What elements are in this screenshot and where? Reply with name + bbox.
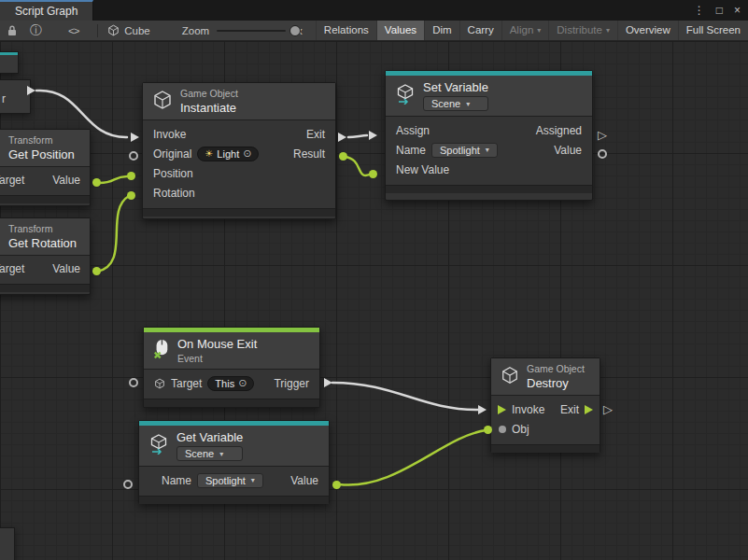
object-field-light[interactable]: ☀ Light ⊙ <box>197 147 259 161</box>
port-label-target: Target <box>0 174 24 187</box>
port-fragment-flow-out[interactable] <box>27 86 35 95</box>
wire-flow-on-mouse-exit-to-destroy-invoke[interactable] <box>332 383 478 410</box>
port-instantiate-original[interactable] <box>129 151 138 161</box>
zoom-slider-knob[interactable] <box>289 25 301 36</box>
port-label-position: Position <box>153 167 193 180</box>
object-picker-icon[interactable]: ⊙ <box>243 148 251 159</box>
carry-button[interactable]: Carry <box>459 21 501 40</box>
node-fragment-top-left[interactable] <box>0 51 19 74</box>
port-on-mouse-exit-trigger[interactable] <box>324 378 332 387</box>
node-get-position[interactable]: Transform Get Position Target Value <box>0 129 91 206</box>
variable-scope-value: Scene <box>431 98 460 109</box>
port-label-value: Value <box>52 174 80 187</box>
mouse-exit-icon <box>153 339 170 363</box>
port-row: Invoke Exit <box>143 124 335 144</box>
variable-scope-dropdown[interactable]: Scene ▾ <box>176 446 243 461</box>
port-row: New Value <box>386 160 592 179</box>
port-label-original: Original <box>153 147 191 161</box>
port-set-variable-assigned[interactable]: ▷ <box>598 129 607 141</box>
port-label-rotation: Rotation <box>153 187 195 200</box>
wire-value-get-variable-to-destroy-obj[interactable] <box>339 430 486 485</box>
node-header[interactable]: On Mouse Exit Event <box>144 332 319 370</box>
node-header[interactable]: Set Variable Scene ▾ <box>386 76 592 117</box>
dim-button[interactable]: Dim <box>424 21 459 40</box>
node-header[interactable]: Transform Get Position <box>0 130 90 167</box>
variable-name-dropdown[interactable]: Spotlight ▾ <box>197 473 263 488</box>
port-destroy-obj[interactable] <box>484 426 492 434</box>
relations-button[interactable]: Relations <box>316 21 376 40</box>
node-category: Game Object <box>527 363 585 374</box>
variable-icon <box>148 434 169 458</box>
wire-flow-instantiate-exit-to-set-variable-assign[interactable] <box>348 135 367 137</box>
tab-script-graph[interactable]: Script Graph <box>0 0 93 21</box>
port-row: Name Spotlight ▾ Value <box>139 470 329 490</box>
node-on-mouse-exit[interactable]: On Mouse Exit Event Target This ⊙ Trigge… <box>143 327 320 408</box>
variable-scope-dropdown[interactable]: Scene ▾ <box>423 96 488 111</box>
zoom-slider[interactable] <box>217 25 286 36</box>
port-label-invoke: Invoke <box>512 403 544 416</box>
full-screen-button[interactable]: Full Screen <box>678 21 748 40</box>
node-header[interactable]: Game Object Instantiate <box>143 83 335 120</box>
overview-button[interactable]: Overview <box>617 21 678 40</box>
port-on-mouse-exit-target[interactable] <box>129 378 138 387</box>
port-instantiate-position[interactable] <box>127 172 135 180</box>
values-button[interactable]: Values <box>376 21 424 40</box>
port-instantiate-result[interactable] <box>339 152 347 161</box>
node-instantiate[interactable]: Game Object Instantiate Invoke Exit Orig… <box>142 82 336 219</box>
port-get-rotation-value[interactable] <box>92 267 101 275</box>
variable-icon <box>395 84 416 108</box>
window-menu-icon[interactable]: ⋮ <box>694 4 705 17</box>
node-destroy[interactable]: Game Object Destroy Invoke Exit Obj <box>490 357 600 453</box>
lock-icon[interactable] <box>7 24 18 36</box>
wire-value-get-position-to-instantiate-position[interactable] <box>97 176 127 183</box>
node-get-rotation[interactable]: Transform Get Rotation Target Value <box>0 217 91 295</box>
node-header[interactable]: Transform Get Rotation <box>0 218 90 256</box>
game-object-icon <box>152 90 173 114</box>
port-label-target: Target <box>171 377 202 390</box>
port-get-variable-name[interactable] <box>123 480 133 489</box>
node-fragment-bottom-left[interactable] <box>0 527 15 560</box>
node-header[interactable]: Game Object Destroy <box>491 358 600 396</box>
graph-canvas[interactable]: r Transform Get Position Target Value <box>0 41 748 560</box>
object-field-this[interactable]: This ⊙ <box>207 376 254 391</box>
chevron-down-icon: ▾ <box>606 21 610 40</box>
port-instantiate-invoke[interactable] <box>131 133 139 142</box>
obj-port-dot[interactable] <box>499 426 506 433</box>
port-row: Original ☀ Light ⊙ Result <box>143 144 335 163</box>
node-get-variable[interactable]: Get Variable Scene ▾ Name Spotlight ▾ Va… <box>138 420 330 504</box>
node-set-variable[interactable]: Set Variable Scene ▾ Assign Assigned Nam… <box>385 70 593 201</box>
object-picker-icon[interactable]: ⊙ <box>238 378 247 388</box>
wire-layer <box>0 41 748 560</box>
port-set-variable-assign[interactable] <box>369 131 377 140</box>
distribute-button[interactable]: Distribute▾ <box>548 21 617 40</box>
code-icon[interactable]: <> <box>68 25 78 36</box>
zoom-slider-track[interactable] <box>217 30 286 32</box>
port-instantiate-rotation[interactable] <box>127 191 135 200</box>
port-label-trigger: Trigger <box>274 377 309 390</box>
variable-name-value: Spotlight <box>440 145 480 156</box>
port-get-position-value[interactable] <box>92 178 101 187</box>
chevron-down-icon: ▾ <box>251 476 255 484</box>
invoke-flow-arrow-icon[interactable] <box>498 405 506 414</box>
port-set-variable-value-out[interactable] <box>598 149 607 159</box>
exit-flow-arrow-icon[interactable] <box>585 405 593 414</box>
light-icon: ☀ <box>205 149 213 159</box>
node-header[interactable]: Get Variable Scene ▾ <box>139 426 329 467</box>
variable-name-dropdown[interactable]: Spotlight ▾ <box>431 143 498 158</box>
node-fragment-left[interactable]: r <box>0 79 31 114</box>
info-icon[interactable]: ⓘ <box>30 22 42 39</box>
wire-value-instantiate-result-to-set-variable-new-value[interactable] <box>345 157 372 175</box>
port-label-value: Value <box>290 474 318 487</box>
port-destroy-exit[interactable]: ▷ <box>603 403 613 415</box>
window-controls: ⋮ □ × <box>694 0 748 21</box>
window-close-icon[interactable]: × <box>734 4 741 17</box>
port-instantiate-exit[interactable] <box>338 133 346 142</box>
port-destroy-invoke[interactable] <box>478 405 487 414</box>
unity-script-graph-window: Script Graph ⋮ □ × ⓘ <> Cube Zoom 1x Rel… <box>0 0 748 560</box>
wire-value-get-rotation-to-instantiate-rotation[interactable] <box>97 196 129 272</box>
port-get-variable-value[interactable] <box>332 481 341 489</box>
align-button[interactable]: Align▾ <box>501 21 549 40</box>
node-footer <box>139 496 329 504</box>
window-maximize-icon[interactable]: □ <box>716 4 723 17</box>
port-set-variable-new-value[interactable] <box>369 170 377 178</box>
